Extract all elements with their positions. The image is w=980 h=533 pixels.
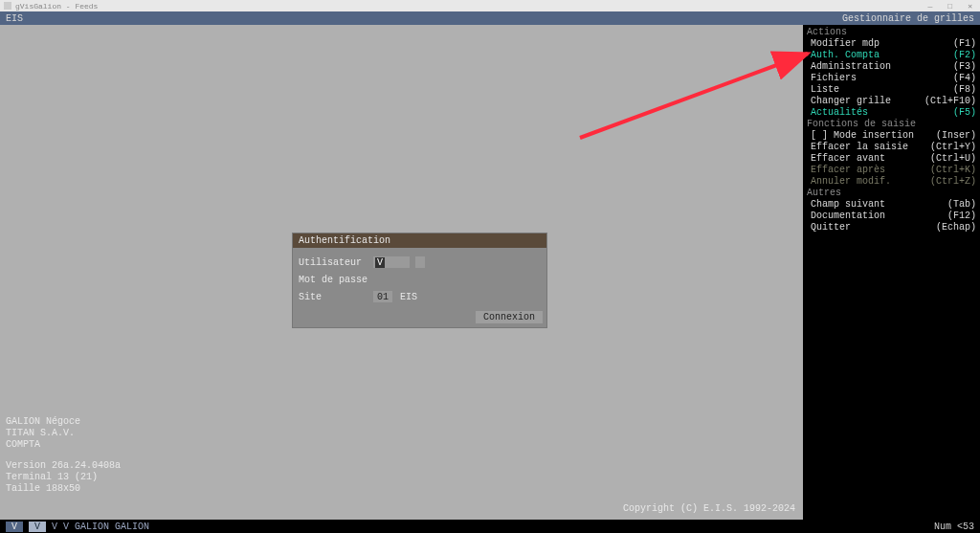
- status-tag[interactable]: V: [63, 522, 69, 532]
- side-item-mode-insertion[interactable]: [ ] Mode insertion(Inser): [803, 130, 980, 142]
- side-item-actualites[interactable]: Actualités(F5): [803, 107, 980, 119]
- password-label: Mot de passe: [299, 275, 373, 285]
- info-line: Version 26a.24.0408a: [6, 460, 121, 472]
- side-heading: Actions: [803, 27, 980, 38]
- copyright: Copyright (C) E.I.S. 1992-2024: [623, 503, 795, 514]
- side-item-documentation[interactable]: Documentation(F12): [803, 211, 980, 222]
- side-item-effacer-apres: Effacer après(Ctrl+K): [803, 165, 980, 176]
- help-sidebar: Actions Modifier mdp(F1) Auth. Compta(F2…: [803, 25, 980, 520]
- status-tag-active[interactable]: V: [29, 522, 46, 532]
- info-line: COMPTA: [6, 439, 121, 451]
- info-line: Terminal 13 (21): [6, 472, 121, 483]
- side-item-champ-suivant[interactable]: Champ suivant(Tab): [803, 199, 980, 211]
- status-tag[interactable]: GALION: [115, 522, 149, 532]
- site-name: EIS: [400, 292, 417, 302]
- site-code-input[interactable]: 01: [373, 291, 392, 302]
- svg-line-1: [580, 54, 808, 138]
- side-item-quitter[interactable]: Quitter(Echap): [803, 222, 980, 233]
- close-button[interactable]: ✕: [964, 2, 976, 11]
- auth-dialog: Authentification Utilisateur V Mot de pa…: [293, 233, 546, 327]
- workspace: Authentification Utilisateur V Mot de pa…: [0, 25, 803, 520]
- user-flag-field[interactable]: [415, 256, 425, 268]
- side-item-effacer-avant[interactable]: Effacer avant(Ctrl+U): [803, 153, 980, 165]
- annotation-arrow-icon: [570, 42, 819, 147]
- side-item-fichiers[interactable]: Fichiers(F4): [803, 73, 980, 84]
- connect-button[interactable]: Connexion: [476, 311, 543, 323]
- info-line: GALION Négoce: [6, 416, 121, 428]
- info-line: TITAN S.A.V.: [6, 428, 121, 439]
- side-item-auth-compta[interactable]: Auth. Compta(F2): [803, 50, 980, 61]
- side-item-annuler-modif: Annuler modif.(Ctrl+Z): [803, 176, 980, 188]
- status-tag[interactable]: V: [52, 522, 57, 532]
- status-tag[interactable]: V: [6, 522, 23, 532]
- user-input[interactable]: V: [373, 256, 410, 268]
- auth-title: Authentification: [293, 233, 546, 248]
- side-heading: Autres: [803, 188, 980, 199]
- info-block: GALION Négoce TITAN S.A.V. COMPTA Versio…: [6, 416, 121, 495]
- minimize-button[interactable]: —: [924, 2, 937, 11]
- side-item-effacer-saisie[interactable]: Effacer la saisie(Ctrl+Y): [803, 142, 980, 153]
- os-window-chrome: gVisGalion - Feeds — □ ✕: [0, 0, 980, 11]
- status-tag[interactable]: GALION: [75, 522, 109, 532]
- app-titlebar: EIS Gestionnaire de grilles: [0, 11, 980, 25]
- side-item-administration[interactable]: Administration(F3): [803, 61, 980, 73]
- app-root: EIS Gestionnaire de grilles Authentifica…: [0, 11, 980, 533]
- info-line: Taille 188x50: [6, 483, 121, 495]
- app-icon: [4, 2, 11, 10]
- window-title: gVisGalion - Feeds: [15, 2, 98, 11]
- status-right: Num <53: [934, 522, 974, 532]
- statusbar: V V V V GALION GALION Num <53: [0, 520, 980, 533]
- side-item-liste[interactable]: Liste(F8): [803, 84, 980, 96]
- side-heading: Fonctions de saisie: [803, 119, 980, 130]
- user-label: Utilisateur: [299, 257, 373, 268]
- side-item-modifier-mdp[interactable]: Modifier mdp(F1): [803, 38, 980, 50]
- side-item-changer-grille[interactable]: Changer grille(Ctl+F10): [803, 96, 980, 107]
- site-label: Site: [299, 292, 373, 302]
- titlebar-left: EIS: [6, 13, 23, 24]
- maximize-button[interactable]: □: [944, 2, 956, 11]
- titlebar-right: Gestionnaire de grilles: [842, 13, 974, 24]
